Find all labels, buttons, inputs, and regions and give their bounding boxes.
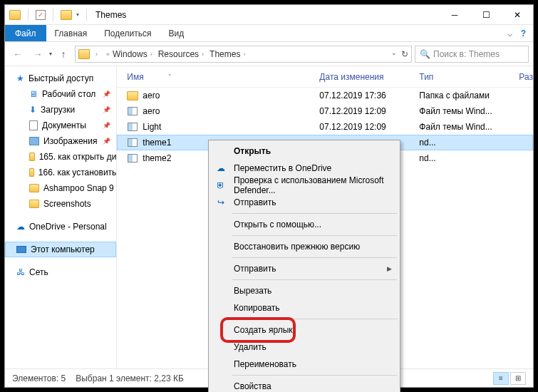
ribbon-tabs: Файл Главная Поделиться Вид ⌵ ?: [5, 25, 533, 42]
ctx-вырезать[interactable]: Вырезать: [211, 282, 398, 299]
maximize-button[interactable]: ☐: [470, 5, 502, 25]
theme-file-icon: [127, 122, 138, 132]
sidebar-item-downloads[interactable]: ⬇Загрузки📌: [5, 102, 116, 118]
file-type: nd...: [419, 153, 519, 163]
ctx-удалить[interactable]: Удалить: [211, 339, 398, 356]
view-icons-button[interactable]: ⊞: [510, 372, 526, 385]
file-date: 07.12.2019 12:09: [319, 122, 419, 132]
search-placeholder: Поиск в: Themes: [433, 49, 500, 59]
folder-icon: [61, 10, 72, 20]
folder-icon: [29, 200, 39, 208]
sidebar-quick-access[interactable]: ★Быстрый доступ: [5, 71, 116, 86]
address-bar[interactable]: › «Windows› Resources› Themes› ⌄ ↻: [75, 46, 412, 63]
desktop-icon: 🖥: [29, 89, 38, 99]
cloud-icon: ☁: [215, 163, 227, 173]
ctx-label: Открыть с помощью...: [234, 220, 321, 229]
folder-icon: [29, 168, 34, 177]
ctx-label: Создать ярлык: [234, 325, 293, 335]
ctx-label: Открыть: [234, 146, 271, 156]
ctx-label: Отправить: [234, 264, 276, 274]
title-bar: ✓ ▾ Themes ─ ☐ ✕: [5, 5, 533, 25]
sidebar-item-documents[interactable]: Документы📌: [5, 118, 116, 133]
ctx-открыть-с-помощью-[interactable]: Открыть с помощью...: [211, 216, 398, 233]
ctx-label: Копировать: [234, 303, 280, 313]
breadcrumb-item[interactable]: Windows: [113, 49, 148, 59]
file-name: aero: [143, 91, 319, 100]
ctx-переименовать[interactable]: Переименовать: [211, 356, 398, 373]
sidebar-item-desktop[interactable]: 🖥Рабочий стол📌: [5, 86, 116, 102]
file-date: 07.12.2019 12:09: [319, 106, 419, 116]
sidebar-this-pc[interactable]: Этот компьютер: [5, 242, 116, 257]
column-type[interactable]: Тип: [419, 72, 519, 82]
sidebar-item-pictures[interactable]: Изображения📌: [5, 133, 116, 149]
file-type: Файл темы Wind...: [419, 122, 519, 132]
refresh-icon[interactable]: ↻: [401, 49, 408, 59]
ctx-label: Переименовать: [234, 359, 296, 369]
network-icon: 🖧: [16, 267, 25, 277]
file-row[interactable]: Light07.12.2019 12:09Файл темы Wind...: [117, 119, 533, 135]
sidebar-item-folder[interactable]: 165. как открыть ди: [5, 149, 116, 165]
file-type: Файл темы Wind...: [419, 106, 519, 116]
column-date[interactable]: Дата изменения: [319, 72, 419, 82]
ctx-label: Переместить в OneDrive: [234, 163, 331, 173]
tab-home[interactable]: Главная: [46, 25, 96, 41]
sidebar-item-folder[interactable]: Screenshots: [5, 196, 116, 212]
file-type: nd...: [419, 138, 519, 148]
ctx-label: Удалить: [234, 342, 267, 352]
window-controls: ─ ☐ ✕: [439, 5, 533, 25]
tab-view[interactable]: Вид: [160, 25, 192, 41]
tab-file[interactable]: Файл: [5, 25, 46, 41]
search-icon: 🔍: [420, 49, 430, 59]
share-icon: ↪: [215, 197, 227, 207]
column-headers: Имя˄ Дата изменения Тип Раз: [117, 66, 533, 88]
sort-indicator-icon: ˄: [168, 73, 172, 81]
qat-dropdown-icon[interactable]: ▾: [76, 11, 79, 18]
column-size[interactable]: Раз: [519, 72, 533, 82]
sidebar-network[interactable]: 🖧Сеть: [5, 264, 116, 280]
ctx-отправить[interactable]: ↪Отправить: [211, 194, 398, 211]
file-row[interactable]: aero07.12.2019 12:09Файл темы Wind...: [117, 103, 533, 119]
ctx-label: Вырезать: [234, 286, 271, 296]
help-icon[interactable]: ?: [521, 29, 526, 38]
view-details-button[interactable]: ≡: [493, 372, 509, 385]
breadcrumb-item[interactable]: Themes: [209, 49, 240, 59]
ctx-свойства[interactable]: Свойства: [211, 378, 398, 392]
breadcrumb-item[interactable]: Resources: [158, 49, 199, 59]
sidebar-item-folder[interactable]: Ashampoo Snap 9: [5, 180, 116, 196]
window-title: Themes: [95, 10, 126, 20]
nav-history-dropdown[interactable]: ▾: [49, 51, 52, 57]
qat-item[interactable]: ✓: [36, 10, 46, 20]
ctx-отправить[interactable]: Отправить▶: [211, 260, 398, 277]
status-selection: Выбран 1 элемент: 2,23 КБ: [76, 373, 184, 383]
star-icon: ★: [16, 73, 24, 83]
document-icon: [29, 120, 38, 130]
file-date: 07.12.2019 17:36: [319, 91, 419, 100]
ctx-label: Проверка с использованием Microsoft Defe…: [234, 175, 398, 195]
ctx-создать-ярлык[interactable]: Создать ярлык: [211, 321, 398, 339]
close-button[interactable]: ✕: [502, 5, 533, 25]
file-row[interactable]: aero07.12.2019 17:36Папка с файлами: [117, 88, 533, 103]
sidebar-onedrive[interactable]: ☁OneDrive - Personal: [5, 219, 116, 234]
ctx-копировать[interactable]: Копировать: [211, 299, 398, 316]
tab-share[interactable]: Поделиться: [95, 25, 160, 41]
column-name[interactable]: Имя˄: [127, 72, 319, 82]
ctx-проверка-с-использованием-microsoft-defender-[interactable]: ⛨Проверка с использованием Microsoft Def…: [211, 177, 398, 194]
status-item-count: Элементов: 5: [12, 373, 66, 383]
minimize-button[interactable]: ─: [439, 5, 470, 25]
ctx-открыть[interactable]: Открыть: [211, 143, 398, 160]
address-bar-row: ← → ▾ ↑ › «Windows› Resources› Themes› ⌄…: [5, 42, 533, 66]
cloud-icon: ☁: [16, 222, 25, 232]
ctx-label: Свойства: [234, 381, 271, 391]
ribbon-expand-icon[interactable]: ⌵: [507, 29, 512, 38]
nav-back-button[interactable]: ←: [9, 46, 26, 63]
file-name: Light: [143, 122, 319, 132]
nav-up-button[interactable]: ↑: [55, 46, 72, 63]
sidebar-item-folder[interactable]: 166. как установить: [5, 165, 116, 180]
context-menu: Открыть☁Переместить в OneDrive⛨Проверка …: [208, 140, 400, 392]
ctx-восстановить-прежнюю-версию[interactable]: Восстановить прежнюю версию: [211, 238, 398, 255]
search-input[interactable]: 🔍 Поиск в: Themes: [415, 46, 529, 63]
addr-dropdown-icon[interactable]: ⌄: [391, 49, 397, 59]
folder-icon: [29, 153, 35, 161]
folder-icon: [29, 184, 39, 192]
ctx-переместить-в-onedrive[interactable]: ☁Переместить в OneDrive: [211, 160, 398, 177]
